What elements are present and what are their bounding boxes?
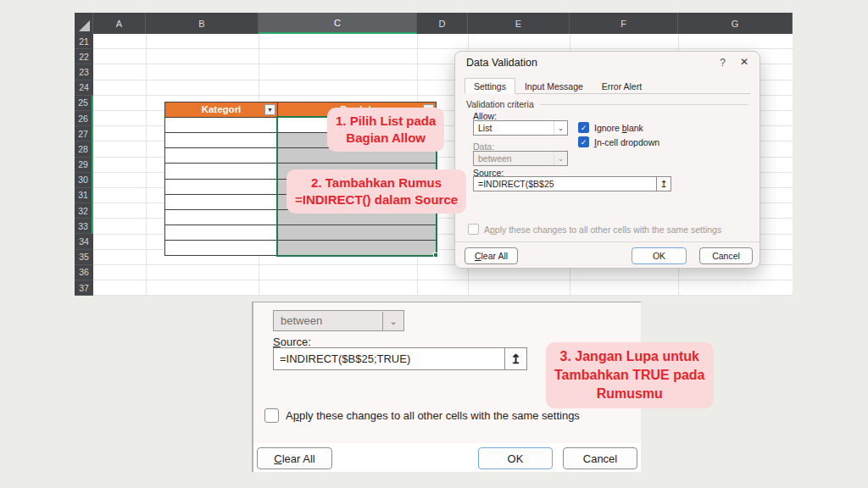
dialog-tabs: Settings Input Message Error Alert xyxy=(465,78,750,94)
check-icon: ✓ xyxy=(581,138,587,147)
check-icon: ✓ xyxy=(581,124,587,132)
cell-B28[interactable] xyxy=(165,164,278,179)
apply-changes-checkbox xyxy=(468,224,479,235)
column-header-F[interactable]: F xyxy=(570,13,678,34)
row-header-23[interactable]: 23 xyxy=(75,64,93,80)
ignore-blank-label: Ignore blank xyxy=(594,123,643,133)
collapse-dialog-icon[interactable]: ↥ xyxy=(504,348,526,369)
cell-C33[interactable] xyxy=(278,241,437,256)
dialog-title: Data Validation xyxy=(466,57,537,69)
row-header-32[interactable]: 32 xyxy=(75,203,93,219)
chevron-down-icon: ⌄ xyxy=(554,152,567,165)
cancel-button[interactable]: Cancel xyxy=(699,247,753,264)
column-header-B[interactable]: B xyxy=(146,13,259,34)
select-all-triangle-icon xyxy=(79,20,90,31)
row-header-27[interactable]: 27 xyxy=(75,126,93,141)
row-header-34[interactable]: 34 xyxy=(75,234,93,249)
cell-B26[interactable] xyxy=(165,133,278,148)
ok-button-zoomed[interactable]: OK xyxy=(478,447,553,469)
row-header-28[interactable]: 28 xyxy=(75,141,93,157)
column-header-E[interactable]: E xyxy=(468,13,570,34)
row-header-35[interactable]: 35 xyxy=(75,250,93,265)
cell-B29[interactable] xyxy=(165,180,278,195)
row-header-31[interactable]: 31 xyxy=(75,188,93,203)
select-all-button[interactable] xyxy=(75,13,93,34)
column-header-G[interactable]: G xyxy=(678,13,793,34)
allow-dropdown[interactable]: List ⌄ xyxy=(473,120,568,136)
dialog-separator xyxy=(455,241,760,242)
table-row xyxy=(165,241,437,256)
source-label-zoomed: Source: xyxy=(273,336,311,348)
ok-button[interactable]: OK xyxy=(632,247,687,264)
clear-all-button-zoomed[interactable]: Clear All xyxy=(257,447,332,469)
column-header-A[interactable]: A xyxy=(93,13,146,34)
incell-dropdown-row: ✓ In-cell dropdown xyxy=(578,136,659,147)
collapse-dialog-icon[interactable]: ↥ xyxy=(656,177,670,191)
filter-button[interactable]: ▼ xyxy=(264,104,275,115)
chevron-down-icon: ⌄ xyxy=(554,121,567,135)
source-input[interactable] xyxy=(474,177,656,191)
clear-all-button[interactable]: Clear All xyxy=(465,247,518,264)
column-headers: ABCDEFG xyxy=(75,13,793,34)
ignore-blank-checkbox[interactable]: ✓ xyxy=(578,122,589,133)
cell-B30[interactable] xyxy=(165,195,278,210)
row-header-37[interactable]: 37 xyxy=(75,280,93,296)
ignore-blank-row: ✓ Ignore blank xyxy=(578,122,643,133)
apply-changes-row-zoomed: Apply these changes to all other cells w… xyxy=(264,408,580,423)
tab-error-alert[interactable]: Error Alert xyxy=(593,78,651,94)
cancel-button-zoomed[interactable]: Cancel xyxy=(563,447,637,469)
apply-changes-label-zoomed: Apply these changes to all other cells w… xyxy=(286,409,580,422)
tab-input-message[interactable]: Input Message xyxy=(515,78,593,94)
apply-changes-label: Apply these changes to all other cells w… xyxy=(484,225,721,235)
source-input-zoomed[interactable] xyxy=(274,348,504,369)
row-header-24[interactable]: 24 xyxy=(75,80,93,96)
data-dropdown: between ⌄ xyxy=(473,151,568,166)
close-icon[interactable]: ✕ xyxy=(740,56,748,68)
row-headers: 2122232425262728293031323334353637 xyxy=(75,34,93,296)
data-dropdown-zoomed: between ⌄ xyxy=(273,310,404,331)
cell-B32[interactable] xyxy=(165,225,278,241)
incell-dropdown-checkbox[interactable]: ✓ xyxy=(578,136,589,147)
apply-changes-row: Apply these changes to all other cells w… xyxy=(468,224,721,235)
column-header-C[interactable]: C xyxy=(259,13,417,34)
row-header-29[interactable]: 29 xyxy=(75,158,93,173)
chevron-down-icon: ⌄ xyxy=(382,312,403,330)
cell-C32[interactable] xyxy=(278,225,437,241)
apply-changes-checkbox-zoomed[interactable] xyxy=(264,408,279,423)
row-header-21[interactable]: 21 xyxy=(75,34,93,49)
cell-B31[interactable] xyxy=(165,210,278,225)
row-header-25[interactable]: 25 xyxy=(75,96,93,111)
row-header-30[interactable]: 30 xyxy=(75,173,93,188)
gridline xyxy=(146,34,147,296)
incell-dropdown-label: In-cell dropdown xyxy=(594,137,659,147)
annotation-2: 2. Tambahkan Rumus =INDIRECT() dalam Sou… xyxy=(287,169,466,214)
table-header-label: Kategori xyxy=(202,104,242,114)
row-header-26[interactable]: 26 xyxy=(75,111,93,126)
source-field-wrap-zoomed: ↥ xyxy=(273,347,527,370)
tab-settings[interactable]: Settings xyxy=(465,78,515,94)
row-header-33[interactable]: 33 xyxy=(75,219,93,234)
table-row xyxy=(165,225,437,241)
column-header-D[interactable]: D xyxy=(417,13,468,34)
validation-criteria-group-label: Validation criteria xyxy=(466,99,748,109)
annotation-1: 1. Pilih List pada Bagian Allow xyxy=(327,108,444,152)
table-header-kategori: Kategori ▼ xyxy=(165,103,278,118)
cell-B25[interactable] xyxy=(165,118,278,133)
row-header-36[interactable]: 36 xyxy=(75,265,93,280)
cell-B27[interactable] xyxy=(165,148,278,164)
row-header-22[interactable]: 22 xyxy=(75,49,93,64)
cell-B33[interactable] xyxy=(165,241,278,256)
annotation-3: 3. Jangan Lupa untuk Tambahkan TRUE pada… xyxy=(546,342,714,408)
source-field-wrap: ↥ xyxy=(473,176,671,191)
data-validation-dialog: Data Validation ? ✕ Settings Input Messa… xyxy=(454,51,760,269)
help-icon[interactable]: ? xyxy=(720,57,726,69)
